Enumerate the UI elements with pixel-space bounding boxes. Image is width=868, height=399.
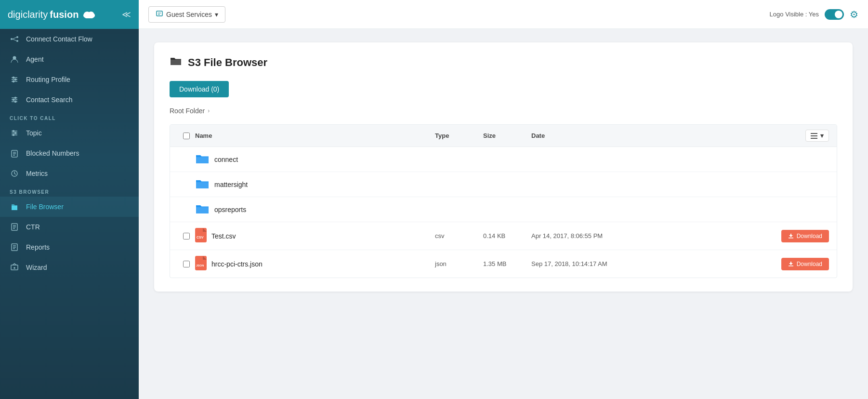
file-size-hrcc: 1.35 MB <box>483 260 531 267</box>
sidebar-item-reports[interactable]: Reports <box>0 237 139 257</box>
sidebar-item-routing-profile[interactable]: Routing Profile <box>0 69 139 90</box>
file-type-hrcc: json <box>435 260 483 267</box>
svg-rect-46 <box>811 133 817 134</box>
svg-point-19 <box>13 99 14 101</box>
svg-point-20 <box>15 101 16 103</box>
file-table-header: Name Type Size Date ▾ <box>170 125 837 147</box>
folder-icon-mattersight <box>195 178 210 191</box>
sidebar-label-connect-contact-flow: Connect Contact Flow <box>26 35 92 43</box>
page-title-icon <box>170 56 182 69</box>
file-size-testcsv: 0.14 KB <box>483 232 531 239</box>
sidebar-item-wizard[interactable]: Wizard <box>0 257 139 278</box>
svg-point-25 <box>15 133 16 134</box>
svg-point-3 <box>11 38 13 40</box>
svg-point-14 <box>13 81 14 82</box>
header-checkbox-cell <box>178 133 195 139</box>
svg-rect-47 <box>811 135 817 136</box>
svg-point-5 <box>16 40 18 42</box>
sidebar-label-blocked-numbers: Blocked Numbers <box>26 149 79 157</box>
main-area: Guest Services ▾ Logo Visible : Yes ⚙ S3… <box>139 0 868 399</box>
download-hrcc-button[interactable]: Download <box>781 258 829 270</box>
sidebar-item-ctr[interactable]: CTR <box>0 217 139 237</box>
dropdown-icon: ▾ <box>215 11 218 18</box>
guest-services-icon <box>156 10 163 19</box>
table-row: connect <box>170 147 837 172</box>
s3-browser-section-label: S3 BROWSER <box>0 184 139 197</box>
sidebar-item-metrics[interactable]: Metrics <box>0 163 139 184</box>
settings-icon[interactable]: ⚙ <box>850 9 858 20</box>
svg-point-12 <box>13 77 14 79</box>
sidebar-header: digiclarity fusion ≪ <box>0 0 139 29</box>
view-toggle-button[interactable]: ▾ <box>805 130 829 142</box>
breadcrumb-root: Root Folder <box>170 107 205 115</box>
file-icon-csv: CSV <box>195 228 207 244</box>
sidebar-item-blocked-numbers[interactable]: Blocked Numbers <box>0 143 139 163</box>
file-type-testcsv: csv <box>435 232 483 239</box>
reports-icon <box>10 243 19 252</box>
sidebar-collapse-button[interactable]: ≪ <box>122 9 131 20</box>
folder-name-opsreports: opsreports <box>214 206 246 213</box>
file-date-hrcc: Sep 17, 2018, 10:14:17 AM <box>531 260 771 267</box>
file-name-opsreports[interactable]: opsreports <box>195 203 435 216</box>
col-type-header: Type <box>435 132 483 139</box>
folder-name-mattersight: mattersight <box>214 181 248 188</box>
guest-services-label: Guest Services <box>166 11 212 18</box>
blocked-numbers-icon <box>10 149 19 158</box>
connect-contact-flow-icon <box>10 35 19 43</box>
content-area: S3 File Browser Download (0) Root Folder… <box>139 29 868 399</box>
filename-testcsv: Test.csv <box>211 232 236 240</box>
download-button[interactable]: Download (0) <box>170 81 229 97</box>
sidebar-label-reports: Reports <box>26 243 50 251</box>
svg-text:JSON: JSON <box>196 264 204 267</box>
contact-search-icon <box>10 95 19 104</box>
routing-profile-icon <box>10 75 19 84</box>
logo-visible-label: Logo Visible : Yes <box>770 11 819 18</box>
table-row: mattersight <box>170 172 837 197</box>
sidebar-label-wizard: Wizard <box>26 264 47 271</box>
sidebar-item-connect-contact-flow[interactable]: Connect Contact Flow <box>0 29 139 49</box>
download-testcsv-button[interactable]: Download <box>781 230 829 242</box>
topic-icon <box>10 129 19 137</box>
metrics-icon <box>10 169 19 178</box>
file-table: Name Type Size Date ▾ <box>170 124 837 278</box>
sidebar-item-file-browser[interactable]: File Browser <box>0 197 139 217</box>
sidebar-item-topic[interactable]: Topic <box>0 123 139 143</box>
agent-icon <box>10 55 19 64</box>
click-to-call-section-label: CLICK TO CALL <box>0 110 139 123</box>
svg-rect-43 <box>157 11 162 16</box>
logo-visible-toggle[interactable] <box>825 9 844 20</box>
sidebar-label-file-browser: File Browser <box>26 203 64 211</box>
select-all-checkbox[interactable] <box>183 133 190 139</box>
file-name-connect[interactable]: connect <box>195 153 435 166</box>
sidebar-label-ctr: CTR <box>26 223 40 231</box>
svg-text:CSV: CSV <box>197 236 204 239</box>
guest-services-button[interactable]: Guest Services ▾ <box>148 6 225 23</box>
file-browser-icon <box>10 202 19 211</box>
svg-point-24 <box>13 131 14 132</box>
svg-line-7 <box>13 39 16 41</box>
svg-point-18 <box>15 97 16 99</box>
svg-point-13 <box>15 79 16 80</box>
row-checkbox-hrcc <box>178 261 195 267</box>
col-size-header: Size <box>483 132 531 139</box>
wizard-icon <box>10 263 19 272</box>
page-title-row: S3 File Browser <box>170 56 837 69</box>
topbar-right: Logo Visible : Yes ⚙ <box>770 9 858 20</box>
folder-icon-opsreports <box>195 203 210 216</box>
checkbox-testcsv[interactable] <box>183 233 190 239</box>
topbar: Guest Services ▾ Logo Visible : Yes ⚙ <box>139 0 868 29</box>
sidebar-label-contact-search: Contact Search <box>26 96 73 104</box>
sidebar-item-contact-search[interactable]: Contact Search <box>0 90 139 110</box>
file-icon-json: JSON <box>195 256 207 272</box>
col-name-header: Name <box>195 132 435 139</box>
sidebar-item-agent[interactable]: Agent <box>0 49 139 69</box>
file-name-testcsv: CSV Test.csv <box>195 228 435 244</box>
sidebar-label-topic: Topic <box>26 129 42 137</box>
row-checkbox-testcsv <box>178 233 195 239</box>
svg-rect-52 <box>789 238 793 239</box>
checkbox-hrcc[interactable] <box>183 261 190 267</box>
cloud-logo-icon <box>82 9 96 18</box>
download-hrcc-label: Download <box>797 261 822 267</box>
sidebar-label-routing-profile: Routing Profile <box>26 76 70 83</box>
file-name-mattersight[interactable]: mattersight <box>195 178 435 191</box>
